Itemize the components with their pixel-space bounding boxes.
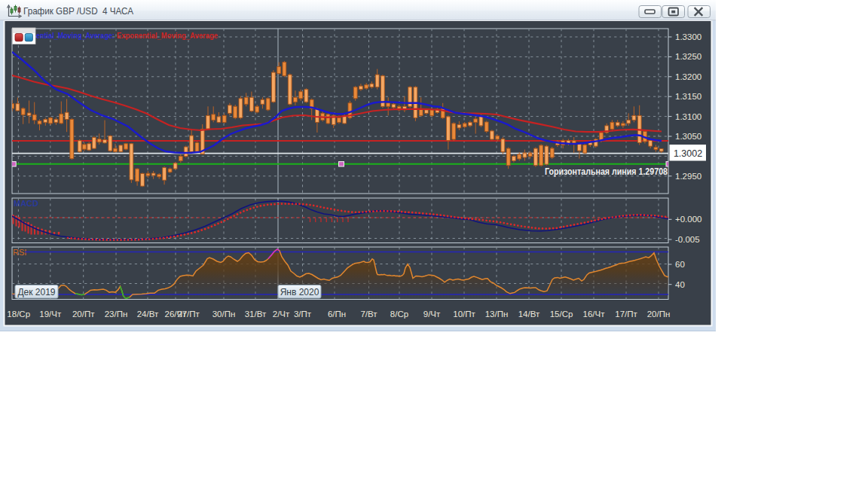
svg-text:10/Пт: 10/Пт <box>453 310 475 319</box>
svg-text:1.3300: 1.3300 <box>675 32 701 41</box>
svg-text:ential_Moving_Average:: ential_Moving_Average: <box>36 31 115 40</box>
svg-text:Янв 2020: Янв 2020 <box>280 287 319 297</box>
svg-text:8/Ср: 8/Ср <box>390 310 408 319</box>
svg-text:18/Ср: 18/Ср <box>7 310 30 319</box>
svg-text:17/Пт: 17/Пт <box>615 310 637 319</box>
svg-text:3/Пт: 3/Пт <box>294 310 312 319</box>
svg-text:13/Пн: 13/Пн <box>485 310 509 319</box>
svg-text:24/Вт: 24/Вт <box>137 310 159 319</box>
svg-text:RSI: RSI <box>13 248 26 257</box>
svg-text:2/Чт: 2/Чт <box>273 310 290 319</box>
svg-text:6/Пн: 6/Пн <box>328 310 346 319</box>
svg-text:60: 60 <box>675 260 685 269</box>
svg-text:1.3150: 1.3150 <box>675 92 701 101</box>
svg-text:40: 40 <box>675 280 685 289</box>
svg-text:9/Чт: 9/Чт <box>423 310 441 319</box>
svg-text:15/Ср: 15/Ср <box>550 310 573 319</box>
svg-text:31/Вт: 31/Вт <box>245 310 267 319</box>
svg-text:16/Чт: 16/Чт <box>583 310 606 319</box>
svg-text:27/Пт: 27/Пт <box>177 310 200 319</box>
svg-text:Горизонтальная линия 1.29708: Горизонтальная линия 1.29708 <box>545 166 668 177</box>
svg-text:19/Чт: 19/Чт <box>39 310 62 319</box>
svg-text:1.3100: 1.3100 <box>675 112 701 121</box>
svg-text:7/Вт: 7/Вт <box>360 310 377 319</box>
svg-text:1.2950: 1.2950 <box>675 172 701 181</box>
svg-text:Exponential_Moving_Average: Exponential_Moving_Average <box>117 31 218 40</box>
svg-text:20/Пн: 20/Пн <box>647 310 671 319</box>
svg-text:MACD: MACD <box>14 199 38 208</box>
svg-text:Дек 2019: Дек 2019 <box>17 287 55 297</box>
svg-text:23/Пн: 23/Пн <box>105 310 128 319</box>
svg-text:График GBP /USD 4 ЧАСА: График GBP /USD 4 ЧАСА <box>23 5 133 17</box>
svg-text:1.3002: 1.3002 <box>674 148 702 159</box>
svg-text:30/Пн: 30/Пн <box>212 310 236 319</box>
svg-text:1.3250: 1.3250 <box>675 52 701 61</box>
svg-text:-0.005: -0.005 <box>675 235 700 244</box>
svg-text:1.3200: 1.3200 <box>675 72 701 81</box>
svg-text:20/Пт: 20/Пт <box>72 310 95 319</box>
svg-text:1.3050: 1.3050 <box>675 132 701 141</box>
svg-text:14/Вт: 14/Вт <box>518 310 540 319</box>
svg-text:+0.000: +0.000 <box>675 215 702 224</box>
